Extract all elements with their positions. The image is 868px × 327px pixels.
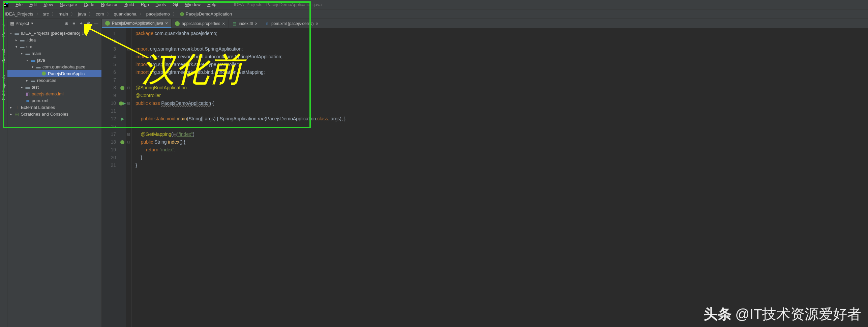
editor-area: PacejsDemoApplication.java × application… bbox=[102, 19, 868, 327]
tree-root[interactable]: ▾ ▬ IDEA_Projects [pacejs-demo] D:\ bbox=[7, 30, 101, 36]
expand-all-icon[interactable]: ≡ bbox=[71, 21, 77, 26]
panel-title-dropdown[interactable]: ▦ Project ▼ bbox=[10, 21, 34, 26]
crumb-main[interactable]: main bbox=[57, 11, 69, 17]
spring-bean-icon[interactable] bbox=[119, 138, 126, 146]
folder-icon: ▬ bbox=[20, 37, 25, 42]
tree-scratches[interactable]: ▸ ◎ Scratches and Consoles bbox=[7, 111, 101, 117]
crumb-quanxiaoha[interactable]: quanxiaoha bbox=[113, 11, 138, 17]
crumb-java[interactable]: java bbox=[77, 11, 87, 17]
select-opened-file-icon[interactable]: ⊕ bbox=[64, 21, 69, 26]
hide-icon[interactable]: — bbox=[93, 21, 99, 26]
spring-icon bbox=[180, 12, 184, 17]
menu-file[interactable]: File bbox=[13, 1, 25, 8]
menu-edit[interactable]: Edit bbox=[27, 1, 39, 8]
close-icon[interactable]: × bbox=[316, 21, 318, 26]
run-main-icon[interactable]: ▶ bbox=[119, 115, 126, 123]
tree-resources[interactable]: ▸ ▬ resources bbox=[7, 77, 101, 84]
menu-git[interactable]: Git bbox=[170, 1, 181, 8]
iml-file-icon: ◧ bbox=[25, 91, 30, 96]
chevron-down-icon: ▾ bbox=[30, 65, 34, 69]
chevron-down-icon: ▼ bbox=[30, 22, 34, 25]
gear-icon[interactable]: ⚙ bbox=[86, 21, 91, 26]
fold-handle[interactable]: ⊟ bbox=[126, 84, 131, 92]
scratches-icon: ◎ bbox=[14, 111, 20, 117]
spring-icon bbox=[175, 21, 180, 26]
chevron-right-icon: ▸ bbox=[9, 112, 13, 116]
menu-code[interactable]: Code bbox=[81, 1, 97, 8]
tab-pom-xml[interactable]: m pom.xml (pacejs-demo) × bbox=[261, 19, 322, 28]
chevron-down-icon: ▾ bbox=[9, 31, 13, 35]
crumb-pacejsdemo[interactable]: pacejsdemo bbox=[145, 11, 171, 17]
tree-test[interactable]: ▸ ▬ test bbox=[7, 84, 101, 90]
code-content[interactable]: package com.quanxiaoha.pacejsdemo; impor… bbox=[131, 28, 868, 327]
editor-tab-bar: PacejsDemoApplication.java × application… bbox=[102, 19, 868, 28]
fold-handle[interactable]: ⊟ bbox=[126, 99, 131, 107]
close-icon[interactable]: × bbox=[165, 21, 168, 26]
gutter-markers: ▶ ▶ bbox=[119, 28, 126, 327]
tree-app-class[interactable]: PacejsDemoApplic bbox=[7, 70, 101, 77]
tab-pacejsdemoapplication[interactable]: PacejsDemoApplication.java × bbox=[102, 19, 172, 28]
watermark-text: @IT技术资源爱好者 bbox=[735, 305, 861, 324]
menu-refactor[interactable]: Refactor bbox=[98, 1, 120, 8]
menu-bar: File Edit View Navigate Code Refactor Bu… bbox=[0, 0, 868, 9]
tree-src[interactable]: ▾ ▬ src bbox=[7, 43, 101, 50]
tool-tab-project[interactable]: Project bbox=[1, 22, 7, 39]
app-logo bbox=[3, 2, 9, 8]
menu-window[interactable]: Window bbox=[182, 1, 203, 8]
crumb-class[interactable]: PacejsDemoApplication bbox=[178, 11, 233, 17]
folder-icon: ▬ bbox=[20, 44, 25, 49]
menu-run[interactable]: Run bbox=[138, 1, 152, 8]
folder-icon: ▬ bbox=[25, 84, 30, 90]
menu-view[interactable]: View bbox=[41, 1, 56, 8]
package-icon: ▬ bbox=[36, 64, 41, 69]
source-folder-icon: ▬ bbox=[30, 57, 36, 63]
tree-pom[interactable]: m pom.xml bbox=[7, 97, 101, 104]
spring-bean-icon[interactable] bbox=[119, 84, 126, 92]
crumb-com[interactable]: com bbox=[94, 11, 106, 17]
line-numbers: 123 456 789 101112 1617 181920 21 bbox=[102, 28, 119, 327]
panel-header: ▦ Project ▼ ⊕ ≡ ÷ ⚙ — bbox=[7, 19, 101, 28]
project-icon: ▦ bbox=[10, 21, 14, 26]
breadcrumb: IDEA_Projects〉 src〉 main〉 java〉 com〉 qua… bbox=[0, 9, 868, 19]
run-class-icon[interactable]: ▶ bbox=[119, 99, 126, 107]
tab-index-ftl[interactable]: ▤ index.ftl × bbox=[229, 19, 262, 28]
tree-main[interactable]: ▾ ▬ main bbox=[7, 50, 101, 57]
fold-handle[interactable]: ⊟ bbox=[126, 138, 131, 146]
menu-build[interactable]: Build bbox=[122, 1, 137, 8]
resources-folder-icon: ▬ bbox=[30, 78, 36, 83]
tree-package[interactable]: ▾ ▬ com.quanxiaoha.pace bbox=[7, 63, 101, 70]
tab-application-properties[interactable]: application.properties × bbox=[172, 19, 229, 28]
fold-handle[interactable]: ⊟ bbox=[126, 130, 131, 138]
chevron-down-icon: ▾ bbox=[20, 52, 24, 55]
folder-icon: ▬ bbox=[25, 51, 30, 56]
code-editor[interactable]: 123 456 789 101112 1617 181920 21 ▶ ▶ bbox=[102, 28, 868, 327]
close-icon[interactable]: × bbox=[222, 21, 225, 26]
watermark: 头条 @IT技术资源爱好者 bbox=[704, 305, 861, 324]
tool-tab-pull-requests[interactable]: Pull Requests bbox=[1, 72, 7, 103]
folder-icon: ▬ bbox=[14, 30, 20, 36]
crumb-src[interactable]: src bbox=[42, 11, 50, 17]
project-panel: ▦ Project ▼ ⊕ ≡ ÷ ⚙ — ▾ ▬ IDEA_Projects … bbox=[7, 19, 102, 327]
menu-help[interactable]: Help bbox=[205, 1, 219, 8]
collapse-all-icon[interactable]: ÷ bbox=[79, 21, 84, 26]
watermark-logo: 头条 bbox=[704, 305, 732, 324]
tool-tab-commit[interactable]: Commit bbox=[1, 46, 7, 65]
tree-java[interactable]: ▾ ▬ java bbox=[7, 57, 101, 63]
tree-idea[interactable]: ▸ ▬ .idea bbox=[7, 36, 101, 43]
close-icon[interactable]: × bbox=[255, 21, 258, 26]
tree-iml[interactable]: ◧ pacejs-demo.iml bbox=[7, 90, 101, 97]
menu-navigate[interactable]: Navigate bbox=[57, 1, 80, 8]
fold-column: ⊟ ⊟ ⊟ ⊟ ⊟ bbox=[126, 28, 131, 327]
chevron-down-icon: ▾ bbox=[25, 58, 29, 62]
chevron-down-icon: ▾ bbox=[14, 45, 18, 49]
fold-handle[interactable]: ⊟ bbox=[126, 45, 131, 53]
ftl-file-icon: ▤ bbox=[232, 21, 237, 26]
chevron-right-icon: ▸ bbox=[9, 106, 13, 109]
menu-tools[interactable]: Tools bbox=[153, 1, 169, 8]
svg-rect-3 bbox=[4, 5, 6, 6]
project-tree: ▾ ▬ IDEA_Projects [pacejs-demo] D:\ ▸ ▬ … bbox=[7, 28, 101, 327]
chevron-right-icon: ▸ bbox=[25, 79, 29, 82]
tree-ext-lib[interactable]: ▸ ⫼ External Libraries bbox=[7, 104, 101, 111]
chevron-right-icon: ▸ bbox=[20, 85, 24, 89]
crumb-root[interactable]: IDEA_Projects bbox=[3, 11, 35, 17]
